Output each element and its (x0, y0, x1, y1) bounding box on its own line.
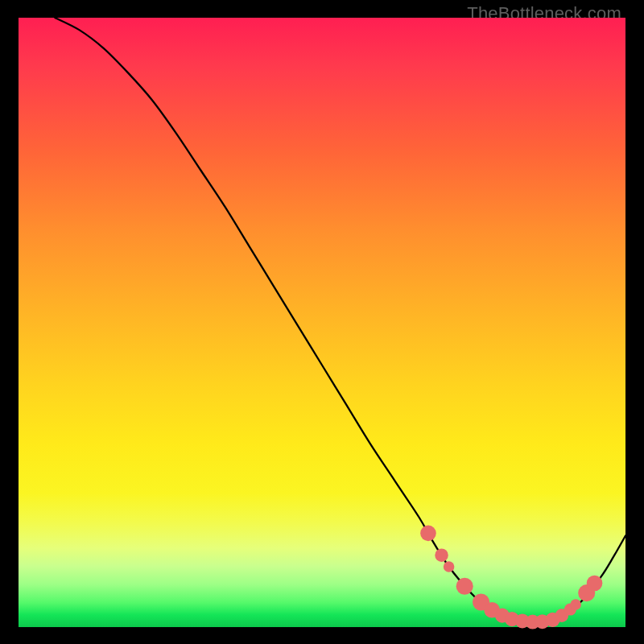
curve-dots (420, 526, 602, 630)
curve-dot (435, 548, 448, 562)
curve-dot (587, 576, 603, 592)
chart-svg (19, 18, 625, 627)
curve-dot (444, 561, 455, 572)
bottleneck-curve (55, 18, 625, 622)
chart-area (19, 18, 625, 627)
curve-dot (570, 599, 581, 610)
curve-dot (420, 526, 436, 542)
curve-dot (456, 578, 473, 595)
